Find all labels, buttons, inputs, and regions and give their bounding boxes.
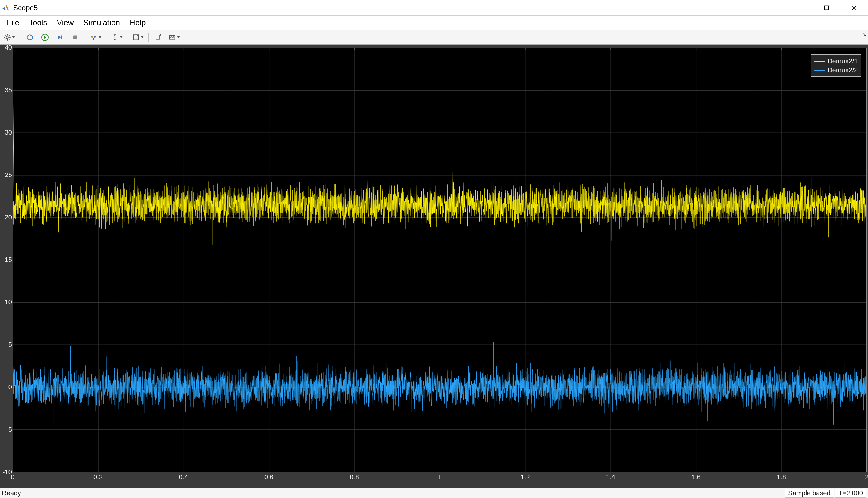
svg-rect-16	[73, 35, 77, 39]
menu-tools[interactable]: Tools	[24, 17, 52, 29]
legend-entry-1[interactable]: Demux2/1	[814, 56, 858, 66]
chevron-down-icon	[12, 36, 15, 38]
status-sample-mode: Sample based	[785, 489, 834, 498]
chevron-down-icon	[177, 36, 180, 38]
svg-point-11	[27, 35, 32, 40]
chevron-down-icon	[99, 36, 102, 38]
statusbar: Ready Sample based T=2.000	[0, 488, 868, 498]
x-tick-label: 1.4	[606, 473, 615, 481]
print-button[interactable]	[23, 31, 37, 43]
menu-help[interactable]: Help	[125, 17, 150, 29]
y-tick-label: 30	[1, 129, 12, 136]
y-tick-label: 0	[1, 383, 12, 391]
toolbar-separator	[106, 33, 106, 42]
maximize-button[interactable]	[813, 0, 840, 15]
legend-label: Demux2/2	[828, 66, 858, 74]
highlight-button[interactable]	[167, 31, 181, 43]
toolbar-separator	[148, 33, 149, 42]
scope-plot-area: 4035302520151050-5-10 00.20.40.60.811.21…	[0, 44, 868, 488]
step-button[interactable]	[53, 31, 67, 43]
legend-swatch	[814, 61, 825, 62]
y-tick-label: 25	[1, 171, 12, 179]
svg-point-18	[94, 36, 96, 38]
run-button[interactable]	[38, 31, 52, 43]
menubar: File Tools View Simulation Help	[0, 16, 868, 30]
svg-marker-21	[114, 34, 116, 36]
svg-point-2	[6, 36, 9, 39]
svg-marker-22	[114, 39, 116, 40]
cursor-button[interactable]	[110, 31, 124, 43]
y-tick-label: -10	[1, 468, 12, 476]
svg-point-17	[91, 36, 93, 38]
matlab-icon	[2, 4, 10, 12]
window-titlebar: Scope5	[0, 0, 868, 16]
x-tick-label: 0.2	[93, 473, 103, 481]
signal-canvas	[13, 48, 867, 472]
status-left: Ready	[2, 489, 21, 497]
toolbar	[0, 30, 868, 44]
x-tick-label: 0	[11, 473, 14, 481]
menu-simulation[interactable]: Simulation	[79, 17, 125, 29]
x-tick-label: 0.4	[179, 473, 188, 481]
legend-label: Demux2/1	[828, 57, 858, 65]
legend-entry-2[interactable]: Demux2/2	[814, 66, 858, 75]
dock-corner-icon[interactable]: ↘	[862, 31, 867, 37]
stop-button[interactable]	[68, 31, 82, 43]
x-tick-label: 1.2	[521, 473, 530, 481]
minimize-button[interactable]	[785, 0, 813, 15]
y-tick-label: 10	[1, 298, 12, 306]
y-tick-label: 35	[1, 86, 12, 94]
menu-file[interactable]: File	[2, 17, 24, 29]
autoscale-button[interactable]	[130, 31, 145, 43]
axes-1[interactable]: Demux2/1 Demux2/2	[13, 48, 867, 472]
chevron-down-icon	[120, 36, 123, 38]
y-tick-label: -5	[1, 426, 12, 434]
x-tick-label: 1.8	[777, 473, 786, 481]
toolbar-separator	[20, 33, 20, 42]
svg-line-10	[5, 39, 6, 39]
y-tick-label: 15	[1, 256, 12, 264]
menu-view[interactable]: View	[52, 17, 79, 29]
svg-rect-1	[825, 6, 829, 10]
svg-line-8	[9, 39, 9, 39]
chevron-down-icon	[141, 36, 144, 38]
y-tick-label: 40	[1, 44, 12, 52]
legend-swatch	[814, 70, 825, 71]
status-sim-time: T=2.000	[835, 489, 866, 498]
floating-scope-button[interactable]	[152, 31, 165, 43]
toolbar-separator	[85, 33, 85, 42]
x-tick-label: 1	[438, 473, 442, 481]
y-tick-label: 20	[1, 213, 12, 221]
legend[interactable]: Demux2/1 Demux2/2	[811, 54, 861, 77]
y-tick-label: 5	[1, 341, 12, 349]
triggers-button[interactable]	[88, 31, 103, 43]
svg-line-9	[9, 35, 9, 36]
close-button[interactable]	[840, 0, 868, 15]
svg-rect-0	[796, 8, 801, 8]
svg-line-7	[5, 35, 6, 36]
config-button[interactable]	[2, 31, 16, 43]
svg-rect-15	[61, 35, 62, 39]
svg-marker-14	[59, 35, 61, 39]
svg-marker-13	[44, 36, 47, 39]
window-controls	[785, 0, 868, 15]
x-tick-label: 2	[865, 473, 868, 481]
x-tick-label: 0.6	[264, 473, 274, 481]
window-title: Scope5	[13, 4, 38, 12]
x-tick-label: 0.8	[349, 473, 359, 481]
x-tick-label: 1.6	[691, 473, 701, 481]
